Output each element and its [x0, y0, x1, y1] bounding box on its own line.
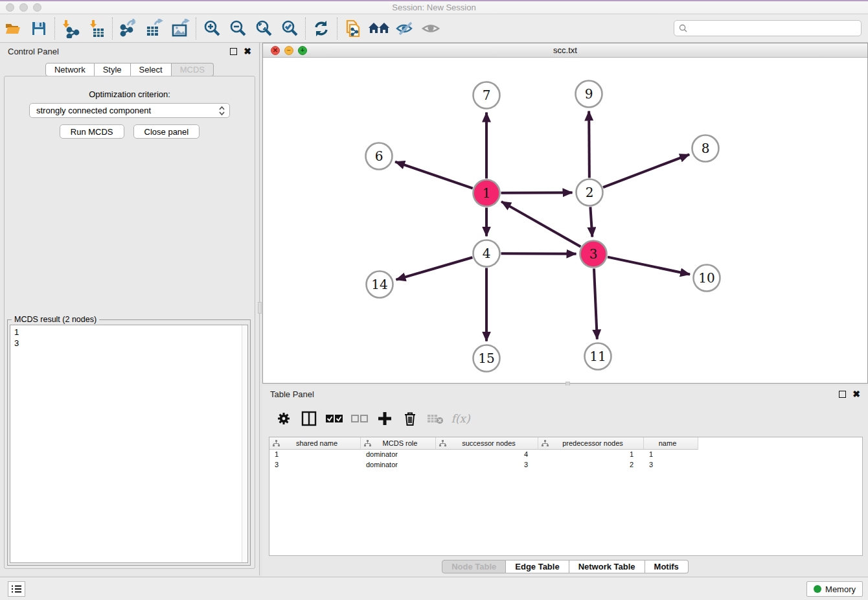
column-visibility-icon[interactable] [299, 409, 319, 428]
hierarchy-icon [542, 440, 549, 447]
import-table-icon[interactable] [84, 17, 109, 40]
search-field[interactable] [674, 20, 862, 36]
graph-edge-1-2[interactable] [501, 192, 572, 193]
zoom-in-icon[interactable] [199, 17, 225, 40]
select-stepper-icon [218, 106, 225, 116]
save-icon[interactable] [26, 17, 52, 40]
graph-edge-3-11[interactable] [594, 268, 597, 339]
graph-edge-2-8[interactable] [603, 154, 689, 187]
table-cell[interactable]: dominator [361, 450, 436, 460]
graph-edge-3-10[interactable] [608, 257, 690, 275]
vertical-splitter-handle[interactable] [258, 302, 262, 314]
export-image-icon[interactable] [167, 17, 193, 40]
clone-network-icon[interactable] [340, 17, 366, 40]
graph-node-label-15: 15 [478, 351, 494, 366]
graph-edge-4-3[interactable] [501, 253, 576, 254]
tab-mcds[interactable]: MCDS [172, 63, 214, 76]
table-cell[interactable]: 1 [269, 450, 361, 460]
node-table[interactable]: shared nameMCDS rolesuccessor nodesprede… [269, 437, 863, 556]
add-column-icon[interactable] [375, 409, 394, 428]
mcds-result-line: 1 [14, 327, 247, 338]
zoom-fit-icon[interactable] [251, 17, 277, 40]
import-network-icon[interactable] [58, 17, 84, 40]
show-all-networks-icon[interactable] [366, 17, 392, 40]
delete-column-trash-icon[interactable] [400, 409, 420, 428]
control-panel-tabbar: Network Style Select MCDS [0, 63, 259, 76]
memory-status-dot [814, 585, 821, 593]
mcds-result-line: 3 [14, 338, 247, 349]
graph-edge-2-3[interactable] [590, 207, 592, 237]
table-cell[interactable]: 3 [269, 460, 361, 470]
table-cell[interactable]: 3 [644, 460, 698, 470]
toolbar-separator [305, 17, 306, 40]
refresh-icon[interactable] [308, 17, 334, 40]
export-network-icon[interactable] [115, 17, 141, 40]
table-row[interactable]: 3dominator323 [269, 460, 862, 470]
mcds-tab-pane: Optimization criterion: strongly connect… [4, 76, 255, 569]
run-mcds-button[interactable]: Run MCDS [60, 124, 124, 139]
network-graph: 7968124314101511 [263, 58, 867, 384]
select-all-icon[interactable] [325, 409, 344, 428]
graph-edge-1-6[interactable] [395, 162, 473, 189]
tab-select[interactable]: Select [131, 63, 172, 76]
tab-style[interactable]: Style [95, 63, 131, 76]
float-table-panel-icon[interactable] [839, 391, 846, 398]
table-cell[interactable]: 4 [436, 450, 538, 460]
column-header-successor-nodes[interactable]: successor nodes [436, 437, 538, 450]
open-icon[interactable] [0, 17, 26, 40]
column-header-predecessor-nodes[interactable]: predecessor nodes [538, 437, 644, 450]
table-cell[interactable]: 1 [644, 450, 698, 460]
table-cell[interactable]: dominator [361, 460, 436, 470]
column-header-label: MCDS role [371, 439, 435, 447]
memory-button[interactable]: Memory [806, 581, 863, 597]
tab-node-table[interactable]: Node Table [442, 560, 506, 573]
column-header-name[interactable]: name [644, 437, 698, 450]
graph-node-label-4: 4 [483, 246, 491, 261]
hierarchy-icon [439, 440, 446, 447]
task-history-button[interactable] [8, 581, 25, 597]
tab-network-table[interactable]: Network Table [569, 560, 645, 573]
export-table-icon[interactable] [141, 17, 167, 40]
graph-edge-4-14[interactable] [396, 257, 472, 279]
app-titlebar: Session: New Session [0, 0, 868, 14]
table-cell[interactable]: 2 [538, 460, 644, 470]
control-panel: Control Panel ✖ Network Style Select MCD… [0, 43, 260, 575]
tab-edge-table[interactable]: Edge Table [506, 560, 569, 573]
status-bar: Memory [0, 577, 868, 600]
show-hidden-eye-icon[interactable] [418, 17, 444, 40]
zoom-out-icon[interactable] [225, 17, 251, 40]
network-view-window: ✕ − + scc.txt 7968124314101511 [262, 43, 868, 384]
table-row[interactable]: 1dominator411 [269, 450, 862, 460]
float-panel-icon[interactable] [230, 48, 237, 55]
column-header-label: name [644, 439, 698, 447]
settings-gear-icon[interactable] [274, 409, 293, 428]
criterion-select[interactable]: strongly connected component [29, 103, 230, 118]
node-table-body: 1dominator4113dominator323 [269, 450, 862, 470]
close-panel-icon[interactable]: ✖ [244, 48, 251, 55]
graph-edge-2-9[interactable] [589, 111, 589, 178]
hide-selected-eye-icon[interactable] [392, 17, 418, 40]
apply-function-icon: f(x) [451, 409, 470, 428]
mcds-result-textarea[interactable]: 1 3 [10, 325, 248, 563]
toolbar-separator [54, 17, 55, 40]
tab-motifs[interactable]: Motifs [645, 560, 689, 573]
result-scrollbar-track[interactable] [242, 325, 247, 562]
zoom-selected-icon[interactable] [277, 17, 303, 40]
close-table-panel-icon[interactable]: ✖ [852, 391, 860, 398]
table-panel-tabbar: Node Table Edge Table Network Table Moti… [262, 560, 868, 573]
close-panel-button[interactable]: Close panel [133, 124, 200, 139]
tab-network[interactable]: Network [45, 63, 95, 76]
graph-node-label-7: 7 [483, 87, 491, 103]
table-cell[interactable]: 3 [436, 460, 538, 470]
graph-node-label-10: 10 [698, 270, 714, 286]
column-header-shared-name[interactable]: shared name [269, 437, 361, 450]
graph-edge-3-1[interactable] [501, 202, 580, 247]
table-cell[interactable]: 1 [538, 450, 644, 460]
column-header-MCDS-role[interactable]: MCDS role [361, 437, 436, 450]
search-input[interactable] [691, 23, 861, 33]
list-icon [12, 584, 22, 594]
network-canvas[interactable]: 7968124314101511 [263, 58, 867, 383]
network-window-titlebar[interactable]: ✕ − + scc.txt [263, 43, 867, 58]
unselect-all-icon[interactable] [350, 409, 369, 428]
control-panel-title: Control Panel [8, 47, 59, 56]
